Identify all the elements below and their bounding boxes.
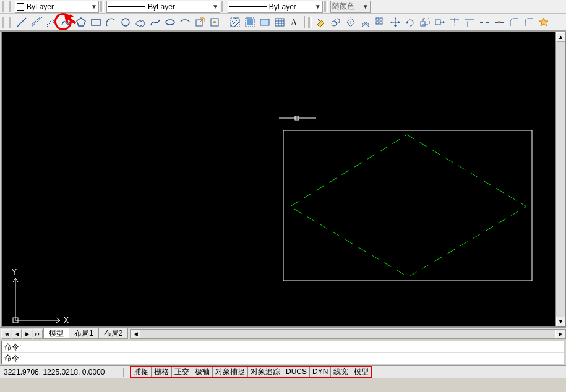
linetype-combo-value: ByLayer	[148, 2, 210, 11]
snap-toggle[interactable]: 捕捉	[131, 367, 152, 377]
grip	[308, 17, 312, 28]
arc-tool[interactable]	[104, 15, 118, 29]
tab-next-button[interactable]: ▶	[22, 329, 32, 339]
layout-tabs-row: ⏮ ◀ ▶ ⏭ 模型 布局1 布局2 ◀ ▶	[0, 327, 566, 339]
explode-tool[interactable]	[537, 15, 551, 29]
svg-rect-38	[421, 22, 425, 26]
svg-point-25	[335, 19, 340, 23]
grid-toggle[interactable]: 栅格	[152, 367, 172, 377]
linetype-preview-icon	[108, 4, 145, 9]
lineweight-combo[interactable]: ByLayer ▼	[228, 1, 323, 13]
svg-marker-36	[398, 21, 400, 23]
line-tool[interactable]	[15, 15, 28, 29]
erase-tool[interactable]	[314, 15, 328, 29]
circle-tool[interactable]	[119, 15, 132, 29]
fillet-tool[interactable]	[522, 15, 536, 29]
break-tool[interactable]	[478, 15, 491, 29]
scroll-right-button[interactable]: ▶	[555, 330, 565, 338]
chevron-down-icon: ▼	[315, 3, 321, 10]
make-block-tool[interactable]	[208, 15, 221, 29]
ucs-x-label: X	[64, 316, 69, 325]
extend-tool[interactable]	[463, 15, 476, 29]
svg-rect-30	[380, 22, 382, 24]
move-tool[interactable]	[388, 15, 402, 29]
chevron-down-icon: ▼	[91, 3, 97, 10]
table-tool[interactable]	[273, 15, 286, 29]
svg-point-52	[498, 21, 500, 23]
rotate-tool[interactable]	[403, 15, 417, 29]
layer-combo-value: ByLayer	[27, 2, 88, 11]
command-prompt-label: 命令:	[4, 342, 21, 352]
tab-layout2[interactable]: 布局2	[98, 328, 129, 339]
grip	[9, 1, 12, 12]
scroll-up-button[interactable]: ▲	[556, 32, 565, 42]
toolbar-row: A ➔	[0, 14, 566, 31]
spline-tool[interactable]	[148, 15, 162, 29]
tab-model[interactable]: 模型	[43, 328, 69, 339]
tab-prev-button[interactable]: ◀	[12, 329, 22, 339]
status-bar: 3221.9706, 1225.0218, 0.0000 捕捉 栅格 正交 极轴…	[0, 365, 566, 378]
svg-marker-42	[443, 21, 445, 23]
svg-point-24	[332, 21, 337, 26]
ucs-y-label: Y	[12, 268, 17, 276]
trim-tool[interactable]	[448, 15, 461, 29]
coordinate-readout: 3221.9706, 1225.0218, 0.0000	[0, 368, 124, 377]
drawing-canvas[interactable]: Y X ▲ ▼	[1, 32, 566, 327]
scroll-left-button[interactable]: ◀	[131, 330, 140, 338]
join-tool[interactable]	[492, 15, 506, 29]
tab-last-button[interactable]: ⏭	[33, 329, 43, 339]
chamfer-tool[interactable]	[507, 15, 521, 29]
command-input[interactable]	[24, 354, 562, 363]
svg-rect-15	[247, 19, 253, 25]
text-tool[interactable]: A	[288, 15, 301, 29]
stretch-tool[interactable]	[433, 15, 447, 29]
grip	[2, 17, 6, 28]
svg-line-1	[31, 17, 42, 27]
xline-tool[interactable]	[30, 15, 43, 29]
grip	[2, 1, 6, 12]
tab-layout1[interactable]: 布局1	[69, 328, 99, 339]
grip	[221, 1, 225, 12]
offset-tool[interactable]	[359, 15, 372, 29]
svg-point-5	[122, 19, 129, 26]
command-prompt-label: 命令:	[4, 353, 21, 364]
svg-rect-4	[92, 19, 100, 25]
svg-rect-17	[275, 19, 284, 26]
polygon-tool[interactable]	[74, 15, 88, 29]
scale-tool[interactable]	[418, 15, 432, 29]
command-history-line: 命令:	[2, 341, 564, 352]
svg-rect-29	[376, 22, 379, 24]
mirror-tool[interactable]	[344, 15, 358, 29]
otrack-toggle[interactable]: 对象追踪	[248, 367, 283, 377]
lwt-toggle[interactable]: 线宽	[331, 367, 351, 377]
ellipse-tool[interactable]	[163, 15, 177, 29]
vertical-scrollbar[interactable]: ▲ ▼	[555, 32, 565, 326]
revcloud-tool[interactable]	[134, 15, 147, 29]
array-tool[interactable]	[374, 15, 387, 29]
tab-first-button[interactable]: ⏮	[1, 329, 11, 339]
mline-tool[interactable]	[45, 15, 58, 29]
polyline-tool[interactable]	[59, 15, 73, 29]
gradient-tool[interactable]	[243, 15, 257, 29]
linetype-combo[interactable]: ByLayer ▼	[106, 1, 220, 13]
ellipse-arc-tool[interactable]	[178, 15, 192, 29]
hatch-tool[interactable]	[228, 15, 242, 29]
polar-toggle[interactable]: 极轴	[192, 367, 213, 377]
copy-tool[interactable]	[329, 15, 343, 29]
layer-combo[interactable]: ByLayer ▼	[15, 1, 99, 13]
color-combo[interactable]: 随颜色 ▼	[330, 1, 371, 13]
dyn-toggle[interactable]: DYN	[310, 367, 331, 377]
osnap-toggle[interactable]: 对象捕捉	[213, 367, 248, 377]
region-tool[interactable]	[258, 15, 272, 29]
insert-block-tool[interactable]	[193, 15, 207, 29]
scroll-down-button[interactable]: ▼	[556, 317, 565, 326]
modelspace-toggle[interactable]: 模型	[351, 367, 371, 377]
rectangle-tool[interactable]	[89, 15, 103, 29]
ortho-toggle[interactable]: 正交	[172, 367, 192, 377]
svg-marker-53	[539, 18, 548, 26]
ducs-toggle[interactable]: DUCS	[283, 367, 310, 377]
svg-marker-33	[394, 17, 397, 19]
svg-rect-40	[435, 20, 440, 25]
grip	[9, 17, 12, 28]
horizontal-scrollbar[interactable]: ◀ ▶	[130, 329, 566, 339]
